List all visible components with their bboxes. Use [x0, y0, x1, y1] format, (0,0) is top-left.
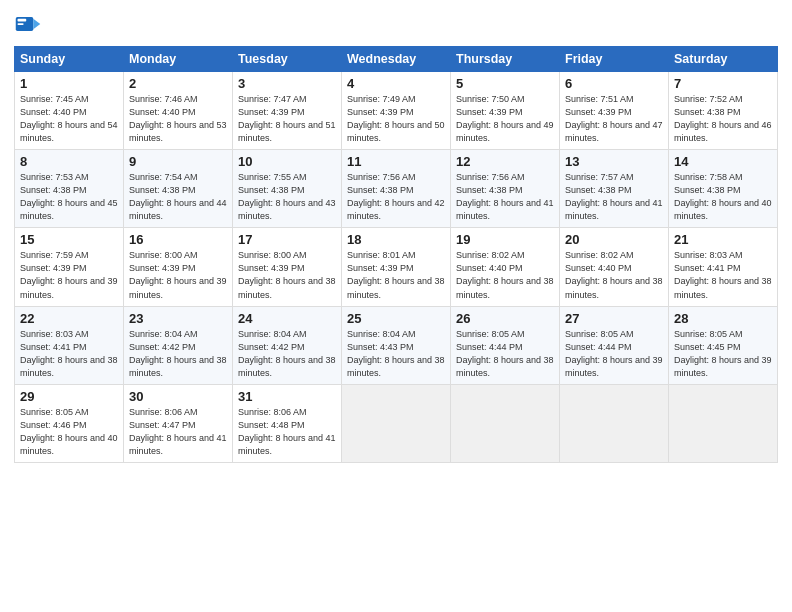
day-number: 16: [129, 232, 227, 247]
day-number: 21: [674, 232, 772, 247]
day-info: Sunrise: 7:58 AMSunset: 4:38 PMDaylight:…: [674, 171, 772, 223]
calendar-cell: 29Sunrise: 8:05 AMSunset: 4:46 PMDayligh…: [15, 384, 124, 462]
calendar-cell: 3Sunrise: 7:47 AMSunset: 4:39 PMDaylight…: [233, 72, 342, 150]
day-info: Sunrise: 8:04 AMSunset: 4:43 PMDaylight:…: [347, 328, 445, 380]
day-info: Sunrise: 8:03 AMSunset: 4:41 PMDaylight:…: [20, 328, 118, 380]
day-number: 30: [129, 389, 227, 404]
calendar-week-5: 29Sunrise: 8:05 AMSunset: 4:46 PMDayligh…: [15, 384, 778, 462]
day-number: 7: [674, 76, 772, 91]
svg-rect-3: [18, 23, 24, 25]
day-number: 18: [347, 232, 445, 247]
calendar-cell: 7Sunrise: 7:52 AMSunset: 4:38 PMDaylight…: [669, 72, 778, 150]
calendar-cell: 25Sunrise: 8:04 AMSunset: 4:43 PMDayligh…: [342, 306, 451, 384]
calendar-cell: 4Sunrise: 7:49 AMSunset: 4:39 PMDaylight…: [342, 72, 451, 150]
calendar-cell: 2Sunrise: 7:46 AMSunset: 4:40 PMDaylight…: [124, 72, 233, 150]
day-info: Sunrise: 7:59 AMSunset: 4:39 PMDaylight:…: [20, 249, 118, 301]
calendar-cell: 24Sunrise: 8:04 AMSunset: 4:42 PMDayligh…: [233, 306, 342, 384]
day-number: 13: [565, 154, 663, 169]
day-number: 5: [456, 76, 554, 91]
day-info: Sunrise: 8:06 AMSunset: 4:48 PMDaylight:…: [238, 406, 336, 458]
day-number: 27: [565, 311, 663, 326]
page-container: SundayMondayTuesdayWednesdayThursdayFrid…: [0, 0, 792, 612]
calendar-cell: 17Sunrise: 8:00 AMSunset: 4:39 PMDayligh…: [233, 228, 342, 306]
calendar-cell: [669, 384, 778, 462]
calendar-cell: [342, 384, 451, 462]
day-number: 24: [238, 311, 336, 326]
calendar-cell: 31Sunrise: 8:06 AMSunset: 4:48 PMDayligh…: [233, 384, 342, 462]
day-info: Sunrise: 8:00 AMSunset: 4:39 PMDaylight:…: [129, 249, 227, 301]
calendar-cell: 22Sunrise: 8:03 AMSunset: 4:41 PMDayligh…: [15, 306, 124, 384]
day-info: Sunrise: 8:05 AMSunset: 4:44 PMDaylight:…: [565, 328, 663, 380]
calendar-cell: 1Sunrise: 7:45 AMSunset: 4:40 PMDaylight…: [15, 72, 124, 150]
day-number: 17: [238, 232, 336, 247]
day-info: Sunrise: 7:49 AMSunset: 4:39 PMDaylight:…: [347, 93, 445, 145]
calendar-cell: [560, 384, 669, 462]
day-info: Sunrise: 8:04 AMSunset: 4:42 PMDaylight:…: [238, 328, 336, 380]
calendar-cell: 13Sunrise: 7:57 AMSunset: 4:38 PMDayligh…: [560, 150, 669, 228]
day-number: 14: [674, 154, 772, 169]
day-number: 23: [129, 311, 227, 326]
day-info: Sunrise: 7:47 AMSunset: 4:39 PMDaylight:…: [238, 93, 336, 145]
day-number: 3: [238, 76, 336, 91]
calendar-cell: 9Sunrise: 7:54 AMSunset: 4:38 PMDaylight…: [124, 150, 233, 228]
calendar-cell: 19Sunrise: 8:02 AMSunset: 4:40 PMDayligh…: [451, 228, 560, 306]
day-number: 6: [565, 76, 663, 91]
day-number: 20: [565, 232, 663, 247]
logo-icon: [14, 10, 42, 38]
day-info: Sunrise: 8:02 AMSunset: 4:40 PMDaylight:…: [456, 249, 554, 301]
day-info: Sunrise: 8:02 AMSunset: 4:40 PMDaylight:…: [565, 249, 663, 301]
day-info: Sunrise: 8:05 AMSunset: 4:46 PMDaylight:…: [20, 406, 118, 458]
day-number: 11: [347, 154, 445, 169]
day-info: Sunrise: 7:55 AMSunset: 4:38 PMDaylight:…: [238, 171, 336, 223]
day-number: 2: [129, 76, 227, 91]
day-number: 22: [20, 311, 118, 326]
svg-marker-1: [33, 19, 40, 30]
calendar-header-tuesday: Tuesday: [233, 47, 342, 72]
calendar-cell: 12Sunrise: 7:56 AMSunset: 4:38 PMDayligh…: [451, 150, 560, 228]
calendar-header-row: SundayMondayTuesdayWednesdayThursdayFrid…: [15, 47, 778, 72]
day-number: 28: [674, 311, 772, 326]
day-info: Sunrise: 8:06 AMSunset: 4:47 PMDaylight:…: [129, 406, 227, 458]
calendar-cell: 15Sunrise: 7:59 AMSunset: 4:39 PMDayligh…: [15, 228, 124, 306]
day-info: Sunrise: 8:05 AMSunset: 4:45 PMDaylight:…: [674, 328, 772, 380]
calendar-header-saturday: Saturday: [669, 47, 778, 72]
calendar-week-3: 15Sunrise: 7:59 AMSunset: 4:39 PMDayligh…: [15, 228, 778, 306]
day-number: 25: [347, 311, 445, 326]
day-number: 9: [129, 154, 227, 169]
calendar-cell: 26Sunrise: 8:05 AMSunset: 4:44 PMDayligh…: [451, 306, 560, 384]
day-number: 19: [456, 232, 554, 247]
day-number: 1: [20, 76, 118, 91]
day-info: Sunrise: 8:00 AMSunset: 4:39 PMDaylight:…: [238, 249, 336, 301]
calendar-header-sunday: Sunday: [15, 47, 124, 72]
calendar-cell: 18Sunrise: 8:01 AMSunset: 4:39 PMDayligh…: [342, 228, 451, 306]
calendar-header-friday: Friday: [560, 47, 669, 72]
day-number: 15: [20, 232, 118, 247]
day-number: 8: [20, 154, 118, 169]
calendar-cell: 28Sunrise: 8:05 AMSunset: 4:45 PMDayligh…: [669, 306, 778, 384]
calendar-cell: 30Sunrise: 8:06 AMSunset: 4:47 PMDayligh…: [124, 384, 233, 462]
day-info: Sunrise: 7:56 AMSunset: 4:38 PMDaylight:…: [456, 171, 554, 223]
day-info: Sunrise: 8:04 AMSunset: 4:42 PMDaylight:…: [129, 328, 227, 380]
calendar-cell: 5Sunrise: 7:50 AMSunset: 4:39 PMDaylight…: [451, 72, 560, 150]
day-info: Sunrise: 7:57 AMSunset: 4:38 PMDaylight:…: [565, 171, 663, 223]
day-info: Sunrise: 7:45 AMSunset: 4:40 PMDaylight:…: [20, 93, 118, 145]
day-info: Sunrise: 7:51 AMSunset: 4:39 PMDaylight:…: [565, 93, 663, 145]
day-number: 12: [456, 154, 554, 169]
calendar-cell: 21Sunrise: 8:03 AMSunset: 4:41 PMDayligh…: [669, 228, 778, 306]
calendar-cell: [451, 384, 560, 462]
calendar-cell: 16Sunrise: 8:00 AMSunset: 4:39 PMDayligh…: [124, 228, 233, 306]
calendar-cell: 20Sunrise: 8:02 AMSunset: 4:40 PMDayligh…: [560, 228, 669, 306]
calendar-week-2: 8Sunrise: 7:53 AMSunset: 4:38 PMDaylight…: [15, 150, 778, 228]
day-info: Sunrise: 7:56 AMSunset: 4:38 PMDaylight:…: [347, 171, 445, 223]
calendar-header-wednesday: Wednesday: [342, 47, 451, 72]
day-info: Sunrise: 7:53 AMSunset: 4:38 PMDaylight:…: [20, 171, 118, 223]
day-number: 29: [20, 389, 118, 404]
calendar-table: SundayMondayTuesdayWednesdayThursdayFrid…: [14, 46, 778, 463]
calendar-week-1: 1Sunrise: 7:45 AMSunset: 4:40 PMDaylight…: [15, 72, 778, 150]
day-info: Sunrise: 7:52 AMSunset: 4:38 PMDaylight:…: [674, 93, 772, 145]
day-info: Sunrise: 8:01 AMSunset: 4:39 PMDaylight:…: [347, 249, 445, 301]
day-info: Sunrise: 7:54 AMSunset: 4:38 PMDaylight:…: [129, 171, 227, 223]
day-number: 10: [238, 154, 336, 169]
calendar-cell: 11Sunrise: 7:56 AMSunset: 4:38 PMDayligh…: [342, 150, 451, 228]
calendar-header-thursday: Thursday: [451, 47, 560, 72]
